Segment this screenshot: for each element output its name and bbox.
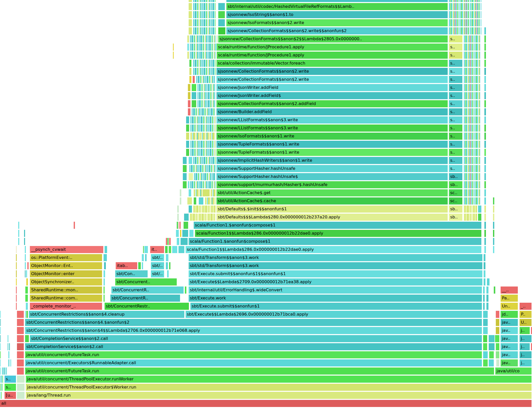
flame-frame-sliver[interactable] xyxy=(218,3,225,10)
flame-frame[interactable]: s.. xyxy=(449,68,462,75)
flame-frame-sliver[interactable] xyxy=(189,157,192,164)
flame-frame[interactable]: s.. xyxy=(449,35,462,43)
flame-frame-sliver[interactable] xyxy=(489,335,495,342)
flame-frame-sliver[interactable] xyxy=(484,262,485,269)
flame-frame[interactable]: scala/collection/immutable/Vector.foreac… xyxy=(216,60,448,67)
flame-frame[interactable]: sbt/.. xyxy=(151,262,164,269)
flame-frame[interactable]: sbt/Concurrent.. xyxy=(115,278,177,285)
flame-frame-sliver[interactable] xyxy=(2,376,2,383)
flame-frame[interactable]: sbt/Execute.submit$$anonfun$1$$anonfun$1 xyxy=(189,270,482,277)
flame-frame-sliver[interactable] xyxy=(493,214,494,221)
flame-frame[interactable]: sbt/.. xyxy=(151,254,164,261)
flame-frame-sliver[interactable] xyxy=(143,246,144,253)
flame-frame[interactable]: __.. xyxy=(501,287,518,294)
flame-frame-sliver[interactable] xyxy=(192,84,196,91)
flame-frame-sliver[interactable] xyxy=(489,343,495,350)
flame-frame-sliver-band[interactable] xyxy=(464,181,480,188)
flame-frame-sliver[interactable] xyxy=(189,173,193,180)
flame-frame-sliver[interactable] xyxy=(142,262,143,269)
flame-frame[interactable]: s.. xyxy=(449,60,462,67)
flame-frame-sliver[interactable] xyxy=(17,319,24,326)
flame-frame-sliver[interactable] xyxy=(483,335,487,342)
flame-frame[interactable]: sbt/Defaults$.$init$$$anonfun$1 xyxy=(216,206,448,213)
flame-frame-sliver[interactable] xyxy=(25,335,29,342)
flame-frame[interactable]: sbt/Execute.submit$$anonfun$1 xyxy=(190,303,482,310)
flame-frame-sliver[interactable] xyxy=(25,295,28,302)
flame-frame-sliver-band[interactable] xyxy=(464,165,480,172)
flame-frame-sliver[interactable] xyxy=(17,335,24,342)
flame-frame-sliver[interactable] xyxy=(189,68,191,75)
flame-frame[interactable]: sjsonnew/support/murmurhash/Hasher$.hash… xyxy=(216,181,448,188)
flame-frame-sliver[interactable] xyxy=(104,295,105,302)
flame-frame-sliver[interactable] xyxy=(189,27,192,34)
flame-frame[interactable]: sc.. xyxy=(449,197,462,204)
flame-frame[interactable]: sjsonnew/IsoString$$anon$1.to xyxy=(226,11,448,18)
flame-frame-sliver[interactable] xyxy=(6,367,7,375)
flame-frame-sliver[interactable] xyxy=(493,230,494,237)
flame-frame-sliver[interactable] xyxy=(2,367,3,375)
flame-frame-sliver[interactable] xyxy=(5,367,6,375)
flame-frame-sliver[interactable] xyxy=(186,133,189,140)
flame-frame-sliver[interactable] xyxy=(484,181,486,188)
flame-frame[interactable]: Un.. xyxy=(501,303,518,310)
flame-frame[interactable]: sjsonnew/IsoFormats$$anon$1.write xyxy=(216,133,448,140)
flame-frame-sliver[interactable] xyxy=(104,287,105,294)
flame-frame[interactable]: jav.. xyxy=(501,319,518,326)
flame-frame[interactable]: sbt/ConcurrentR.. xyxy=(111,287,184,294)
flame-frame-sliver[interactable] xyxy=(0,343,1,350)
flame-frame[interactable]: java/util/concurrent/Executors$RunnableA… xyxy=(25,359,482,366)
flame-frame[interactable]: sbt/std/Transform$$anon$3.work xyxy=(189,254,482,261)
flame-frame-sliver[interactable] xyxy=(8,359,9,366)
flame-frame-sliver[interactable] xyxy=(484,189,486,196)
flame-frame-sliver[interactable] xyxy=(496,327,499,334)
flame-frame-sliver[interactable] xyxy=(203,189,210,196)
flame-frame-sliver[interactable] xyxy=(0,359,1,366)
flame-frame-sliver[interactable] xyxy=(104,254,107,261)
flame-frame-sliver[interactable] xyxy=(0,327,1,334)
flame-frame-sliver[interactable] xyxy=(484,44,486,51)
flame-frame-sliver-band[interactable] xyxy=(189,165,215,172)
flame-frame-sliver[interactable] xyxy=(180,230,181,237)
flame-frame-sliver[interactable] xyxy=(173,44,174,51)
flame-frame-sliver[interactable] xyxy=(180,189,181,196)
flame-frame[interactable]: sbt/.. xyxy=(151,270,164,277)
flame-frame[interactable]: s.. xyxy=(449,84,462,91)
flame-frame[interactable]: sbt/util/ActionCache$.get xyxy=(216,189,448,196)
flame-frame[interactable]: sbt/CompletionService$$anon$2.call xyxy=(25,343,482,350)
flame-frame-sliver-band[interactable] xyxy=(464,92,480,99)
flame-frame[interactable]: sbt/internal/util/codec/HashedVirtualFil… xyxy=(226,3,448,10)
flame-frame-sliver-band[interactable] xyxy=(190,125,215,132)
flame-frame-sliver[interactable] xyxy=(16,295,17,302)
flame-frame-sliver[interactable] xyxy=(169,246,171,253)
flame-frame[interactable]: sjsonnew/CollectionFormats$$anon$2.write xyxy=(216,68,448,75)
flame-frame-sliver[interactable] xyxy=(192,92,196,99)
flame-frame[interactable]: sb.. xyxy=(449,181,462,188)
flame-frame[interactable]: sjsonnew/ImplicitHashWriters$$anon$1.wri… xyxy=(216,157,448,164)
flame-frame-sliver-band[interactable] xyxy=(190,149,215,156)
flame-frame-sliver[interactable] xyxy=(493,238,494,245)
flame-frame[interactable]: s.. xyxy=(449,92,462,99)
flame-frame[interactable]: jav.. xyxy=(501,343,518,350)
flame-frame-sliver[interactable] xyxy=(3,367,4,375)
flame-frame[interactable]: s.. xyxy=(449,165,462,172)
flame-frame[interactable]: java/util/co xyxy=(495,367,531,375)
flame-frame-sliver[interactable] xyxy=(186,149,189,156)
flame-frame[interactable]: sbt/ConcurrentRestrictions$$anon$4$$Lamb… xyxy=(25,327,482,334)
flame-frame-sliver[interactable] xyxy=(218,11,225,18)
flame-frame-sliver-band[interactable] xyxy=(449,0,481,2)
flame-frame-sliver[interactable] xyxy=(186,141,189,148)
flame-frame-sliver[interactable] xyxy=(484,222,486,229)
flame-frame-sliver[interactable] xyxy=(25,254,26,261)
flame-frame-sliver[interactable] xyxy=(189,76,191,83)
flame-frame-sliver[interactable] xyxy=(483,351,488,358)
flame-frame[interactable]: sjsonnew/TupleFormats$$anon$1.write xyxy=(216,149,448,156)
flame-frame-sliver-band[interactable] xyxy=(193,157,215,164)
flame-frame[interactable]: s.. xyxy=(5,384,16,391)
flame-frame-sliver-band[interactable] xyxy=(464,133,480,140)
flame-frame-sliver[interactable] xyxy=(145,254,147,261)
flame-frame-sliver[interactable] xyxy=(484,206,486,213)
flame-frame-sliver[interactable] xyxy=(194,197,196,204)
flame-frame-sliver[interactable] xyxy=(26,278,28,285)
flame-frame-sliver-band[interactable] xyxy=(449,19,481,26)
flame-frame[interactable]: scala/runtime/function/JProcedure1.apply xyxy=(217,44,448,51)
